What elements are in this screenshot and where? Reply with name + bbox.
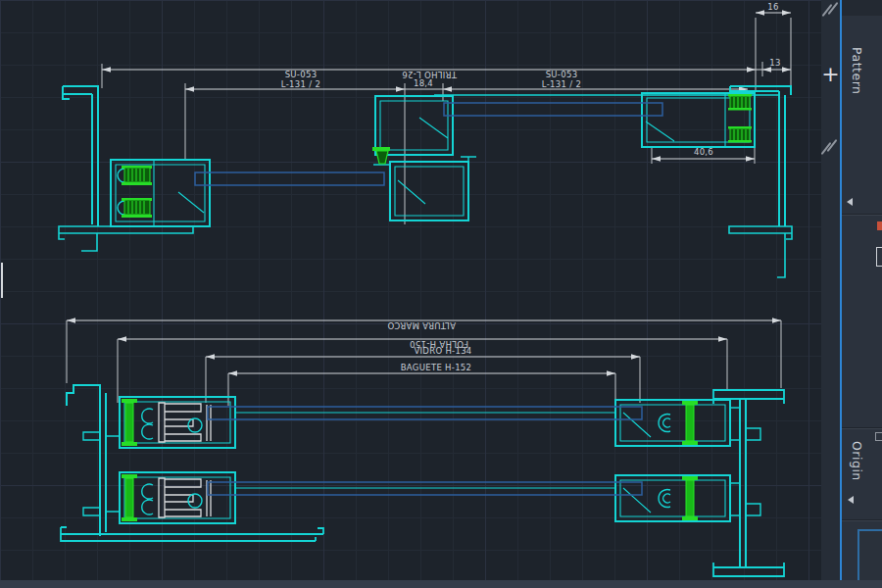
top-profile-right-jamb[interactable]	[729, 86, 792, 277]
panel-collapse-arrow-icon[interactable]	[847, 198, 853, 206]
side-toolbar-strip: +	[821, 0, 840, 588]
preview-swatch[interactable]	[858, 529, 882, 588]
dim-label-su053-right-2[interactable]: L-131 / 2	[542, 79, 581, 89]
drawing-canvas[interactable]: SU-053 L-131 / 2 TRILHO L-26 SU-053 L-13…	[0, 0, 821, 588]
origin-panel-title[interactable]: Origin	[850, 441, 864, 481]
ribbon-side-panel: Pattern Origin	[842, 0, 882, 588]
dim-label-altura-marco[interactable]: ALTURA MARCO	[387, 320, 456, 330]
bottom-profile-left-jamb[interactable]	[61, 385, 323, 541]
bottom-profile-right-jamb[interactable]	[713, 390, 784, 576]
top-dimension-arrows	[102, 10, 791, 162]
tool-icon[interactable]	[876, 247, 882, 267]
cad-geometry: SU-053 L-131 / 2 TRILHO L-26 SU-053 L-13…	[0, 0, 821, 588]
swatch-icon[interactable]	[877, 221, 882, 230]
top-profile-interlock[interactable]	[373, 95, 779, 220]
dim-label-18-4[interactable]: 18,4	[414, 78, 433, 88]
bottom-edge-bar	[0, 580, 882, 588]
top-glass-panes-selected[interactable]	[195, 103, 662, 185]
top-seals-left[interactable]	[122, 166, 152, 218]
dim-label-40-6[interactable]: 40,6	[694, 147, 713, 157]
dim-label-vidro[interactable]: VIDRO H-134	[414, 346, 471, 356]
add-button[interactable]: +	[821, 61, 840, 90]
dim-label-su053-right-1[interactable]: SU-053	[546, 70, 578, 79]
roller-carriage	[159, 403, 211, 442]
expand-icon[interactable]	[875, 432, 882, 441]
bottom-profile-left-sash[interactable]	[120, 397, 235, 448]
bottom-glass-panes-selected[interactable]	[208, 407, 642, 495]
panel-divider	[842, 214, 882, 216]
panel-divider	[842, 427, 882, 429]
pattern-panel-title[interactable]: Pattern	[850, 47, 864, 94]
top-seals-right[interactable]	[728, 94, 752, 143]
panel-divider	[842, 519, 882, 521]
dim-label-baguete[interactable]: BAGUETE H-152	[401, 363, 472, 372]
cad-application-window: SU-053 L-131 / 2 TRILHO L-26 SU-053 L-13…	[0, 0, 882, 588]
panel-header	[842, 0, 882, 16]
panel-expander-arrow-icon[interactable]	[848, 496, 854, 504]
dim-label-su053-left-2[interactable]: L-131 / 2	[281, 79, 320, 89]
dim-label-16[interactable]: 16	[767, 2, 778, 12]
dim-label-su053-left-1[interactable]: SU-053	[285, 70, 318, 79]
dim-label-13[interactable]: 13	[769, 58, 780, 68]
